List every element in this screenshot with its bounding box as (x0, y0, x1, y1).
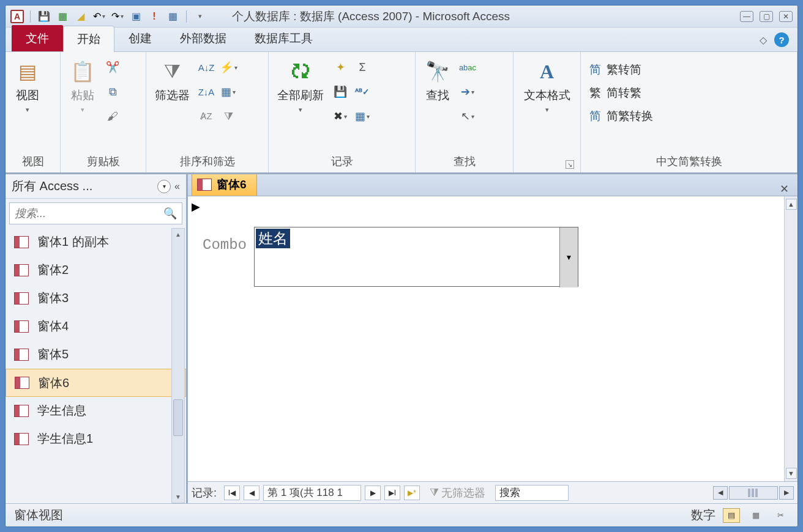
document-close-icon[interactable]: ✕ (771, 182, 797, 196)
save-record-icon[interactable]: 💾 (331, 83, 349, 101)
redo-icon[interactable]: ↷ (110, 9, 125, 24)
group-label-clipboard: 剪贴板 (65, 152, 141, 171)
record-position-box[interactable]: 第 1 项(共 118 1 (263, 485, 361, 501)
scroll-up-icon[interactable]: ▲ (175, 231, 181, 238)
nav-item[interactable]: 窗体6 (6, 369, 186, 397)
refresh-all-button[interactable]: 🗘 全部刷新 ▾ (274, 56, 327, 116)
nav-item[interactable]: 窗体3 (6, 284, 186, 312)
clear-sort-icon[interactable]: A̷Z (197, 107, 215, 125)
form-design-icon[interactable]: ▣ (129, 9, 143, 24)
nav-item[interactable]: 窗体4 (6, 312, 186, 341)
nav-item[interactable]: 学生信息1 (6, 425, 186, 453)
nav-item[interactable]: 学生信息 (6, 397, 186, 425)
replace-icon[interactable]: abac (458, 58, 477, 76)
nav-scrollbar[interactable]: ▲ ▼ (171, 228, 185, 503)
text-format-button[interactable]: A 文本格式 ▾ (520, 56, 574, 116)
record-search-box[interactable]: 搜索 (495, 485, 569, 501)
trad-to-simp-button[interactable]: 简 繁转简 (586, 61, 644, 79)
scroll-thumb[interactable] (173, 399, 183, 436)
warning-icon[interactable]: ! (147, 9, 162, 24)
combo-box-value[interactable]: 姓名 (256, 229, 290, 248)
close-button[interactable]: ✕ (779, 11, 793, 22)
selection-filter-icon[interactable]: ⚡ (219, 58, 237, 76)
form-view-button[interactable]: ▤ (723, 508, 740, 523)
minimize-button[interactable]: — (740, 11, 753, 22)
scroll-up-icon[interactable]: ▲ (786, 199, 797, 210)
find-button[interactable]: 🔭 查找 (420, 56, 455, 106)
record-selector-icon[interactable]: ▶ (192, 200, 200, 213)
ribbon-minimize-icon[interactable]: ◇ (760, 34, 767, 46)
search-icon[interactable]: 🔍 (163, 207, 177, 220)
scroll-right-icon[interactable]: ▶ (779, 486, 794, 500)
dropdown-icon: ▾ (26, 106, 29, 114)
nav-category-dropdown-icon[interactable]: ▾ (157, 180, 171, 193)
more-records-icon[interactable]: ▦ (353, 107, 372, 125)
view-button[interactable]: ▤ 视图 ▾ (10, 56, 45, 116)
sort-desc-icon[interactable]: Z↓A (197, 83, 215, 101)
copy-icon[interactable]: ⧉ (103, 83, 122, 101)
horizontal-scrollbar[interactable]: ◀ ▶ (713, 486, 794, 500)
document-area: 窗体6 ✕ ▶ Combo 姓名 ▼ ▲ ▼ 记录: I◀ ◀ (188, 174, 797, 503)
canvas-vertical-scrollbar[interactable]: ▲ ▼ (784, 196, 797, 481)
form-icon (14, 433, 29, 445)
nav-pane-header[interactable]: 所有 Access ... ▾ « (6, 174, 186, 199)
scroll-down-icon[interactable]: ▼ (175, 493, 181, 500)
nav-item-label: 窗体5 (37, 346, 69, 363)
group-sort-filter: ⧩ 筛选器 A↓Z Z↓A A̷Z ⚡ ▦ ⧩ 排序和筛选 (146, 52, 269, 172)
toggle-filter-icon[interactable]: ⧩ (219, 107, 237, 125)
undo-icon[interactable]: ↶ (92, 9, 106, 24)
prev-record-button[interactable]: ◀ (244, 486, 260, 500)
tab-home[interactable]: 开始 (63, 26, 114, 52)
sort-asc-icon[interactable]: A↓Z (197, 58, 215, 76)
nav-search-box[interactable]: 🔍 (9, 202, 182, 224)
datasheet-icon[interactable]: ▦ (165, 9, 180, 24)
cut-icon[interactable]: ✂️ (103, 58, 122, 76)
filter-button[interactable]: ⧩ 筛选器 (151, 56, 193, 106)
tab-file[interactable]: 文件 (12, 25, 63, 51)
combo-box-control[interactable]: 姓名 ▼ (254, 227, 578, 287)
scroll-track[interactable] (729, 486, 778, 500)
funnel-off-icon: ⧩ (430, 486, 439, 499)
simp-to-trad-button[interactable]: 繁 简转繁 (586, 84, 644, 102)
layout-view-button[interactable]: ✂ (772, 508, 789, 523)
access-app-icon[interactable]: A (10, 10, 24, 23)
spelling-icon[interactable]: ᴬᴮ✓ (353, 83, 372, 101)
goto-icon[interactable]: ➔ (458, 83, 477, 101)
nav-collapse-icon[interactable]: « (174, 181, 180, 192)
next-record-button[interactable]: ▶ (365, 486, 381, 500)
first-record-button[interactable]: I◀ (224, 486, 240, 500)
tab-create[interactable]: 创建 (114, 25, 166, 51)
combo-dropdown-button[interactable]: ▼ (559, 227, 578, 287)
tab-database-tools[interactable]: 数据库工具 (241, 25, 327, 51)
document-tab[interactable]: 窗体6 (192, 173, 257, 196)
highlight-icon[interactable]: ◢ (73, 9, 88, 24)
select-icon[interactable]: ↖ (458, 107, 477, 125)
help-icon[interactable]: ? (774, 32, 789, 47)
maximize-button[interactable]: ▢ (760, 11, 773, 22)
save-icon[interactable]: 💾 (37, 9, 51, 24)
delete-record-icon[interactable]: ✖ (331, 107, 349, 125)
format-painter-icon[interactable]: 🖌 (103, 107, 122, 125)
excel-export-icon[interactable]: ▦ (55, 9, 70, 24)
tab-external-data[interactable]: 外部数据 (166, 25, 241, 51)
window-title: 个人数据库 : 数据库 (Access 2007) - Microsoft Ac… (207, 9, 740, 24)
totals-icon[interactable]: Σ (353, 58, 372, 76)
nav-item[interactable]: 窗体2 (6, 256, 186, 284)
new-record-button[interactable]: ▶* (404, 486, 420, 500)
datasheet-view-button[interactable]: ▦ (747, 508, 764, 523)
simp-char-icon: 简 (588, 63, 602, 76)
scroll-down-icon[interactable]: ▼ (786, 468, 797, 479)
advanced-filter-icon[interactable]: ▦ (219, 83, 237, 101)
nav-search-input[interactable] (15, 207, 163, 220)
paste-button[interactable]: 📋 粘贴 ▾ (65, 56, 100, 116)
dialog-launcher-icon[interactable]: ↘ (566, 160, 574, 169)
form-canvas[interactable]: ▶ Combo 姓名 ▼ ▲ ▼ (188, 196, 797, 481)
scroll-left-icon[interactable]: ◀ (713, 486, 728, 500)
last-record-button[interactable]: ▶I (384, 486, 400, 500)
paste-button-label: 粘贴 (71, 87, 94, 103)
nav-item[interactable]: 窗体1 的副本 (6, 228, 186, 256)
chinese-convert-button[interactable]: 简 简繁转换 (586, 107, 655, 125)
nav-item[interactable]: 窗体5 (6, 341, 186, 369)
qat-customize-icon[interactable]: ▾ (193, 9, 207, 24)
new-record-icon[interactable]: ✦ (331, 58, 349, 76)
